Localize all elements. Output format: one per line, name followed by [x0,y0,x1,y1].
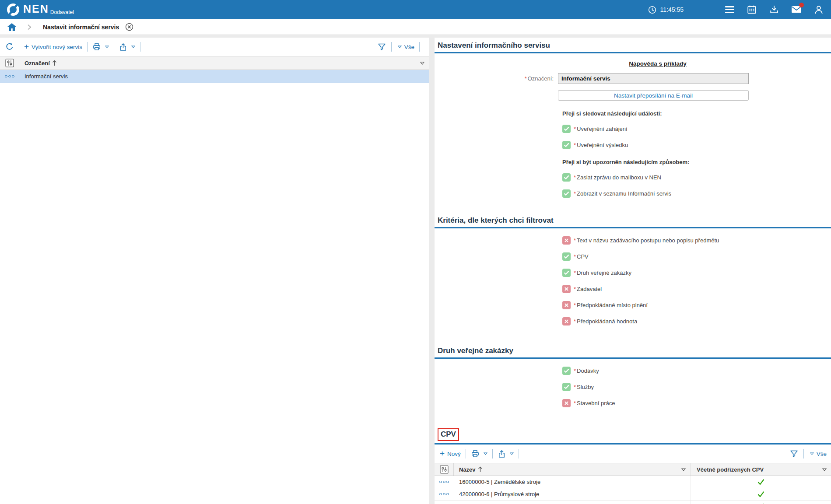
kind-row: *Stavební práce [562,399,831,407]
downloads-button[interactable] [769,4,779,15]
service-detail-panel: Nastavení informačního servisu Nápověda … [435,38,831,504]
row-menu-icon[interactable] [435,493,454,496]
checked-checkbox-icon[interactable] [562,125,571,133]
criteria-label: Text v názvu zadávacího postupu nebo pop… [577,237,719,244]
designation-input[interactable] [558,73,749,84]
kind-label: Stavební práce [577,400,615,406]
checked-checkbox-icon[interactable] [562,252,571,261]
cpv-table-row[interactable]: 16000000-5 | Zemědělské stroje [435,476,831,488]
notify-option-label: Zaslat zprávu do mailboxu v NEN [577,174,661,181]
column-header-included[interactable]: Včetně podřízených CPV [697,466,764,473]
checked-checkbox-icon[interactable] [562,173,571,182]
checked-checkbox-icon[interactable] [562,141,571,149]
plus-icon: + [440,450,445,457]
download-tray-icon [769,5,779,14]
active-tab-title[interactable]: Nastavit informační servis [43,24,119,31]
export-icon [498,450,506,458]
cpv-table-row[interactable]: 50000000-5 | Opravy a údržba [435,500,831,504]
toolbar-separator [391,42,392,52]
filter-funnel-icon [377,42,386,51]
kind-row: *Služby [562,383,831,391]
printer-icon [471,449,480,458]
refresh-button[interactable] [5,42,14,51]
dropdown-triangle-icon [131,46,135,48]
unchecked-checkbox-icon[interactable] [562,317,571,326]
export-icon [119,43,127,51]
cpv-toolbar: + Nový [435,444,831,463]
help-link[interactable]: Nápověda s příklady [562,60,753,67]
dropdown-triangle-icon [398,46,402,48]
checked-checkbox-icon[interactable] [562,189,571,198]
email-forwarding-button[interactable]: Nastavit přeposílání na E-mail [558,90,749,101]
create-service-label: Vytvořit nový servis [32,44,82,50]
service-row[interactable]: Informační servis [0,70,429,83]
filter-button[interactable] [377,42,386,51]
home-button[interactable] [7,23,17,32]
cpv-show-all-button[interactable]: Vše [809,451,827,457]
cpv-filter-button[interactable] [789,449,799,458]
column-settings-button[interactable] [0,56,19,70]
home-icon [7,23,17,32]
column-filter-icon[interactable] [681,468,686,471]
event-option-row: *Uveřejnění zahájení [562,125,831,133]
unchecked-checkbox-icon[interactable] [562,236,571,245]
print-button[interactable] [92,42,109,51]
refresh-icon [5,42,14,51]
section-title: Druh veřejné zakázky [438,346,513,355]
checked-checkbox-icon[interactable] [562,269,571,277]
notify-option-label: Zobrazit v seznamu Informační servis [577,190,671,197]
current-time: 11:45:55 [660,6,684,13]
top-header-bar: NEN Dodavatel 11:45:55 [0,0,831,19]
criteria-label: Předpokládaná hodnota [577,318,637,325]
column-settings-button[interactable] [435,463,454,476]
create-service-button[interactable]: + Vytvořit nový servis [24,43,82,50]
cpv-show-all-label: Vše [817,451,827,457]
row-menu-icon[interactable] [435,481,454,483]
menu-button[interactable] [724,4,735,15]
cpv-new-button[interactable]: + Nový [440,450,461,457]
checked-checkbox-icon[interactable] [562,367,571,375]
cpv-section-title: CPV [438,428,459,441]
sort-ascending-icon[interactable] [478,466,483,472]
included-check-icon [691,491,831,497]
column-header-nazev[interactable]: Název [459,466,476,473]
criteria-label: Předpokládané místo plnění [577,302,648,308]
kind-row: *Dodávky [562,367,831,375]
calendar-button[interactable] [747,4,757,15]
designation-label: *Označení: [435,75,558,82]
cpv-export-button[interactable] [498,450,514,458]
unchecked-checkbox-icon[interactable] [562,285,571,293]
toolbar-separator [492,449,493,458]
unchecked-checkbox-icon[interactable] [562,399,571,407]
dropdown-triangle-icon [484,452,487,455]
column-header-oznaceni[interactable]: Označení [25,60,50,66]
cpv-print-button[interactable] [471,449,487,458]
checked-checkbox-icon[interactable] [562,383,571,391]
plus-icon: + [24,43,29,50]
toolbar-separator [19,42,19,52]
event-option-label: Uveřejnění zahájení [577,126,628,132]
column-filter-icon[interactable] [420,62,424,65]
row-menu-icon[interactable] [0,75,19,78]
filter-funnel-icon [789,449,799,458]
sort-ascending-icon[interactable] [52,60,57,66]
unchecked-checkbox-icon[interactable] [562,301,571,309]
section-title: Nastavení informačního servisu [438,41,550,50]
clock-icon [648,6,656,14]
cpv-name: 42000000-6 | Průmyslové stroje [454,488,691,500]
nen-logo[interactable]: NEN Dodavatel [6,2,74,17]
tab-close-button[interactable] [125,23,133,31]
toolbar-separator [466,449,466,458]
section-divider [435,227,831,228]
service-list-toolbar: + Vytvořit nový servis [0,38,429,56]
toolbar-separator [87,42,88,52]
cpv-table-header: Název Včetně podřízených CPV [435,463,831,476]
cpv-table-row[interactable]: 42000000-6 | Průmyslové stroje [435,488,831,500]
show-all-button[interactable]: Vše [396,44,414,50]
export-button[interactable] [119,43,135,51]
user-button[interactable] [813,4,824,15]
event-option-label: Uveřejnění výsledku [577,142,628,148]
messages-button[interactable] [791,4,802,15]
criteria-row: *Druh veřejné zakázky [562,269,831,277]
column-filter-icon[interactable] [822,468,827,471]
